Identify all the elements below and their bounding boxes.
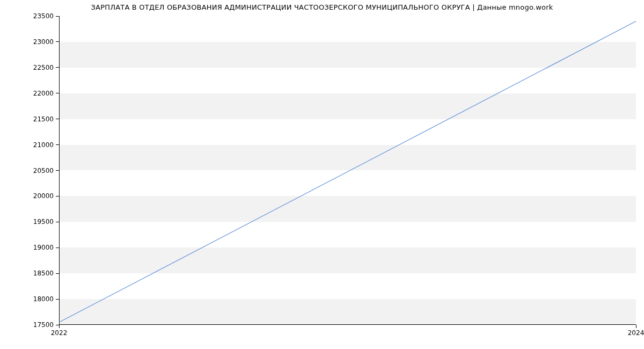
y-tick-label: 21500 [33, 115, 54, 123]
y-tick-label: 18500 [33, 270, 54, 277]
y-tick [56, 273, 59, 274]
x-tick-label: 2024 [628, 329, 644, 337]
chart-container: ЗАРПЛАТА В ОТДЕЛ ОБРАЗОВАНИЯ АДМИНИСТРАЦ… [0, 0, 644, 349]
plot-area: 1750018000185001900019500200002050021000… [59, 16, 636, 325]
y-tick [56, 196, 59, 197]
y-tick [56, 222, 59, 222]
x-tick-label: 2022 [51, 329, 68, 337]
y-tick [56, 41, 59, 42]
y-tick [56, 119, 59, 119]
y-tick-label: 19500 [33, 218, 54, 226]
y-tick-label: 22000 [33, 90, 54, 97]
chart-title: ЗАРПЛАТА В ОТДЕЛ ОБРАЗОВАНИЯ АДМИНИСТРАЦ… [0, 3, 644, 11]
data-line [59, 16, 636, 325]
y-tick-label: 20000 [33, 192, 54, 200]
y-tick [56, 67, 59, 68]
y-tick [56, 93, 59, 93]
y-tick [56, 299, 59, 300]
y-tick-label: 22500 [33, 64, 54, 71]
x-tick [59, 325, 60, 328]
y-tick [56, 248, 59, 248]
y-tick-label: 21000 [33, 141, 54, 149]
series-line [59, 21, 636, 323]
y-tick-label: 18000 [33, 295, 54, 303]
y-tick-label: 23000 [33, 38, 54, 46]
y-tick-label: 23500 [33, 12, 54, 20]
y-tick [56, 170, 59, 171]
y-tick-label: 20500 [33, 167, 54, 174]
y-tick-label: 17500 [33, 321, 54, 329]
y-tick [56, 144, 59, 145]
y-tick [56, 16, 59, 17]
x-tick [636, 325, 636, 328]
y-tick-label: 19000 [33, 244, 54, 251]
